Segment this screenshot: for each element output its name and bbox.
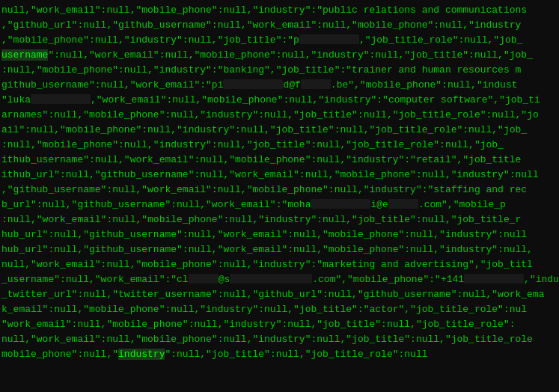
code-line: github_username":null,"work_email":"pi d…	[0, 78, 559, 93]
code-line: null,"work_email":null,"mobile_phone":nu…	[0, 3, 559, 18]
code-line: null,"work_email":null,"mobile_phone":nu…	[0, 257, 559, 272]
redacted-value	[301, 79, 331, 89]
username-highlight: username	[1, 49, 48, 61]
industry-highlight: industry	[118, 349, 165, 360]
code-display: null,"work_email":null,"mobile_phone":nu…	[0, 0, 559, 392]
code-line: k_email":null,"mobile_phone":null,"indus…	[0, 302, 559, 317]
redacted-value	[464, 274, 524, 284]
code-line: "work_email":null,"mobile_phone":null,"i…	[0, 317, 559, 332]
code-line: ithub_url":null,"github_username":null,"…	[0, 168, 559, 183]
code-line: :null,"mobile_phone":null,"industry":"ba…	[0, 63, 559, 78]
code-line: ,"github_username":null,"work_email":nul…	[0, 183, 559, 197]
code-line: :null,"work_email":null,"mobile_phone":n…	[0, 212, 559, 227]
redacted-value	[230, 274, 312, 284]
redacted-value	[311, 199, 370, 209]
redacted-value	[299, 34, 359, 44]
code-line: ail":null,"mobile_phone":null,"industry"…	[0, 123, 559, 138]
code-line: ,"github_url":null,"github_username":nul…	[0, 18, 559, 33]
redacted-value	[388, 199, 418, 209]
code-line: mobile_phone":null,"industry":null,"job_…	[0, 347, 559, 362]
code-line: null,"work_email":null,"mobile_phone":nu…	[0, 332, 559, 347]
code-line: hub_url":null,"github_username":null,"wo…	[0, 242, 559, 257]
code-line: "luka ,"work_email":null,"mobile_phone":…	[0, 93, 559, 108]
code-line: _username":null,"work_email":"cl @s .com…	[0, 272, 559, 287]
code-line: b_url":null,"github_username":null,"work…	[0, 197, 559, 212]
code-line: ,"mobile_phone":null,"industry":null,"jo…	[0, 33, 559, 48]
redacted-value	[31, 94, 91, 104]
code-line: username":null,"work_email":null,"mobile…	[0, 48, 559, 63]
code-line: :null,"mobile_phone":null,"industry":nul…	[0, 138, 559, 153]
code-line: arnames":null,"mobile_phone":null,"indus…	[0, 108, 559, 123]
redacted-value	[189, 274, 219, 284]
code-line: _twitter_url":null,"twitter_username":nu…	[0, 287, 559, 302]
code-line: ithub_username":null,"work_email":null,"…	[0, 153, 559, 168]
code-line: hub_url":null,"github_username":null,"wo…	[0, 227, 559, 242]
redacted-value	[223, 79, 283, 89]
